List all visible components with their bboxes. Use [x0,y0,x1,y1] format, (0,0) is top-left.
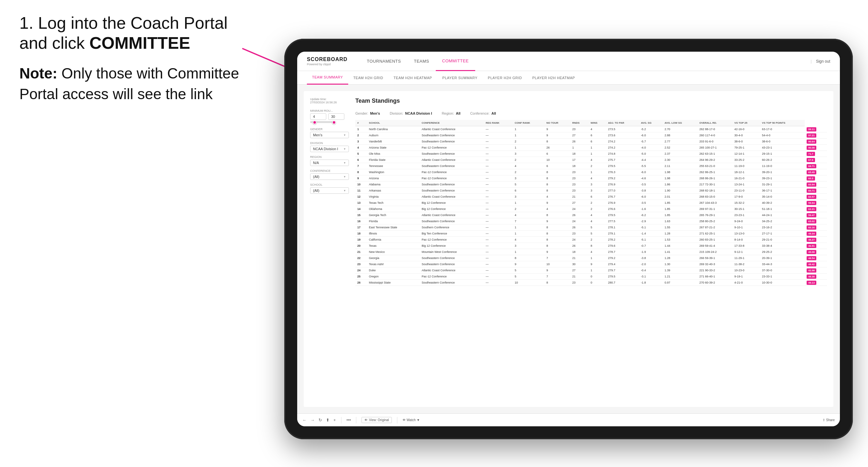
toolbar-reload[interactable]: ↻ [318,417,322,423]
table-cell: East Tennessee State [367,224,420,230]
table-cell: 11-29-1 [732,255,760,261]
table-cell: 4 [589,175,606,182]
table-cell: 276.7 [606,194,639,200]
table-cell: -6.0 [639,169,662,175]
division-select[interactable]: NCAA Division I ▼ [310,146,349,152]
table-cell: 60.3 [805,175,827,182]
table-cell: 1.53 [662,237,698,243]
table-cell: 2 [589,237,606,243]
table-row: 17East Tennessee StateSouthern Conferenc… [355,224,827,230]
table-cell: Arizona [367,175,420,182]
col-conference: Conference [420,120,484,126]
table-cell: Southeastern Conference [420,151,484,157]
toolbar-share-icon[interactable]: ⬆ [326,417,330,423]
sub-nav-player-h2h-heatmap[interactable]: PLAYER H2H HEATMAP [527,71,580,85]
min-rounds-input2[interactable]: 30 [328,113,344,120]
table-cell: Big 12 Conference [420,200,484,206]
toolbar-back[interactable]: ← [302,417,307,423]
table-cell: 29-21-0 [760,237,805,243]
table-cell: 8 [589,243,606,249]
table-cell: -5.1 [639,224,662,230]
table-cell: 274.2 [606,145,639,151]
table-cell: California [367,237,420,243]
share-button[interactable]: ⇧ Share [823,418,835,422]
step-number: 1. [20,13,33,32]
table-cell: 19 [355,237,367,243]
table-cell: 8 [545,175,570,182]
toolbar-more[interactable]: ••• [347,417,351,423]
table-cell: 1 [513,249,544,255]
conference-filter-display: Conference: All [470,112,496,115]
table-cell: 68.71 [805,163,827,169]
col-wins: Wins [589,120,606,126]
table-cell: 1.98 [662,169,698,175]
watch-label: Watch [407,418,416,422]
table-cell: -2.0 [639,261,662,268]
instruction-area: 1. Log into the Coach Portal and click C… [20,13,246,105]
sub-nav-team-h2h-grid[interactable]: TEAM H2H GRID [348,71,389,85]
table-cell: -6.2 [639,212,662,218]
table-cell: 15 [355,212,367,218]
table-cell: Southeastern Conference [420,255,484,261]
table-cell: 5 [513,268,544,274]
toolbar-add[interactable]: + [333,417,336,423]
table-cell: 22 [355,255,367,261]
table-cell: Pac-12 Conference [420,237,484,243]
conference-select[interactable]: (All) ▼ [310,174,349,180]
table-cell: Duke [367,268,420,274]
table-cell: 258 80-25-2 [698,218,732,224]
table-cell: 13 [355,200,367,206]
table-cell: 279.2 [606,255,639,261]
table-cell: 1.39 [662,268,698,274]
toolbar-forward[interactable]: → [310,417,315,423]
table-cell: -5.1 [639,237,662,243]
table-cell: 9 [545,126,570,132]
sub-nav-team-summary[interactable]: TEAM SUMMARY [307,71,348,85]
table-cell: 63-17-0 [760,126,805,132]
table-cell: 36-17-1 [760,188,805,194]
table-cell: 33-44-3 [760,261,805,268]
sub-nav-team-h2h-heatmap[interactable]: TEAM H2H HEATMAP [388,71,437,85]
watch-button[interactable]: 👁 Watch ▼ [403,418,420,422]
gender-select[interactable]: Men's ▼ [310,132,349,138]
table-cell: 23 [570,182,589,188]
sign-out-link[interactable]: Sign out [816,59,830,64]
table-cell: 26 [570,224,589,230]
table-cell: -4.6 [639,175,662,182]
nav-tab-teams[interactable]: TEAMS [407,52,435,71]
table-cell: 1 [589,255,606,261]
table-cell: 8 [355,169,367,175]
sub-nav-player-h2h-grid[interactable]: PLAYER H2H GRID [483,71,527,85]
min-rounds-label: Minimum Rou... [310,109,349,113]
nav-tabs: TOURNAMENTS TEAMS COMMITTEE [361,52,811,71]
table-cell: 39-23-1 [760,175,805,182]
table-cell: Texas [367,243,420,249]
main-table-area: Team Standings Gender: Men's Division: N… [355,97,827,286]
table-cell: 7 [545,255,570,261]
min-rounds-input1[interactable]: 4 [310,113,326,120]
table-cell: 27-17-1 [760,230,805,237]
table-cell: Ole Miss [367,151,420,157]
content-area: Update time: 27/03/2024 16:56:26 Minimum… [297,85,840,413]
table-cell: -5.0 [639,151,662,157]
table-cell: 279.6 [606,243,639,249]
school-select[interactable]: (All) ▼ [310,187,349,194]
table-cell: 9 [513,261,544,268]
table-cell: 255 63-21-0 [698,163,732,169]
sub-nav-player-summary[interactable]: PLAYER SUMMARY [437,71,483,85]
table-cell: Georgia Tech [367,212,420,218]
table-cell: 27 [570,132,589,138]
view-original-button[interactable]: 👁 View: Original [362,417,392,423]
col-rank: # [355,120,367,126]
table-cell: — [484,188,513,194]
table-cell: 79-25-1 [732,145,760,151]
table-cell: 16 [355,218,367,224]
table-cell: -1.8 [639,280,662,286]
table-cell: Vanderbilt [367,138,420,145]
nav-tab-committee[interactable]: COMMITTEE [436,52,475,71]
instruction-title: 1. Log into the Coach Portal and click C… [20,13,246,53]
nav-tab-tournaments[interactable]: TOURNAMENTS [361,52,408,71]
table-cell: 1 [570,145,589,151]
region-select[interactable]: N/A ▼ [310,160,349,166]
table-cell: 11-19-0 [732,163,760,169]
